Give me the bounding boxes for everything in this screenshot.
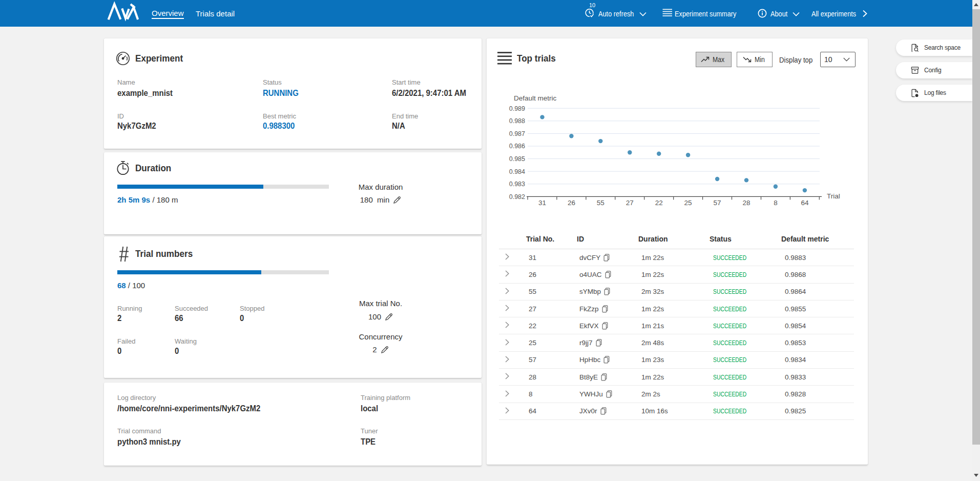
- svg-text:64: 64: [801, 199, 809, 207]
- svg-text:0.986: 0.986: [509, 143, 525, 150]
- svg-text:26: 26: [568, 199, 575, 207]
- svg-text:27: 27: [626, 199, 634, 207]
- svg-text:31: 31: [538, 199, 546, 207]
- svg-text:Default metric: Default metric: [514, 94, 557, 102]
- svg-text:55: 55: [597, 199, 604, 207]
- svg-text:0.982: 0.982: [509, 193, 525, 201]
- svg-text:0.985: 0.985: [509, 155, 525, 163]
- svg-text:8: 8: [774, 199, 778, 207]
- svg-text:0.987: 0.987: [509, 130, 525, 137]
- svg-text:28: 28: [742, 199, 750, 207]
- svg-text:22: 22: [655, 199, 663, 207]
- svg-text:0.983: 0.983: [509, 181, 525, 188]
- svg-text:57: 57: [714, 199, 721, 207]
- svg-text:0.984: 0.984: [509, 168, 525, 175]
- svg-text:0.989: 0.989: [509, 105, 525, 112]
- svg-text:Trial: Trial: [827, 192, 840, 200]
- svg-text:25: 25: [684, 199, 692, 207]
- svg-text:0.988: 0.988: [509, 117, 525, 125]
